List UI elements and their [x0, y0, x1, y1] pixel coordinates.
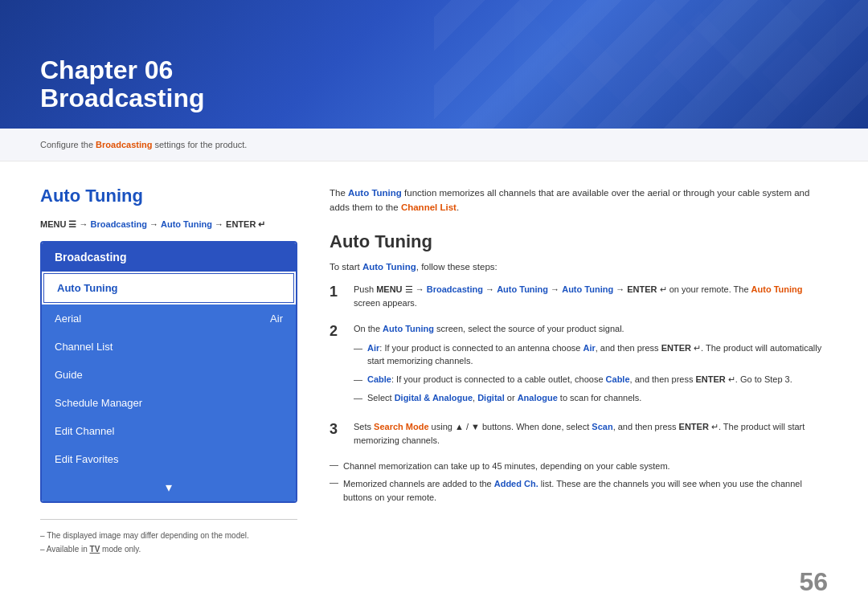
note-dash-1: —	[330, 460, 338, 473]
left-column: Auto Tuning MENU ☰ → Broadcasting → Auto…	[40, 186, 297, 602]
step2-auto-tuning: Auto Tuning	[383, 324, 434, 333]
note-1: – The displayed image may differ dependi…	[40, 531, 297, 540]
step-1: 1 Push MENU ☰ → Broadcasting → Auto Tuni…	[330, 283, 828, 311]
menu-item-label: Schedule Manager	[55, 397, 142, 409]
menu-item-auto-tuning[interactable]: Auto Tuning	[43, 273, 294, 303]
ui-menu-box: Broadcasting Auto Tuning Aerial Air Chan…	[40, 241, 297, 503]
menu-item-value: Air	[270, 313, 283, 325]
note-2: – Available in TV mode only.	[40, 545, 297, 554]
arrow2: →	[149, 219, 161, 229]
chevron-down-icon: ▾	[166, 480, 172, 495]
step-3: 3 Sets Search Mode using ▲ / ▼ buttons. …	[330, 420, 828, 448]
note-2-text: Memorized channels are added to the Adde…	[343, 477, 828, 504]
dash-2: —	[354, 373, 362, 387]
left-section-title: Auto Tuning	[40, 186, 297, 206]
menu-item-channel-list[interactable]: Channel List	[42, 333, 296, 361]
bullet-cable-text: Cable: If your product is connected to a…	[367, 373, 792, 387]
dash-1: —	[354, 341, 362, 368]
step1-enter: ENTER	[627, 284, 657, 294]
step1-auto-tuning-red: Auto Tuning	[751, 284, 803, 294]
sub-header-prefix: Configure the	[40, 140, 96, 149]
menu-item-aerial[interactable]: Aerial Air	[42, 304, 296, 333]
added-ch-label: Added Ch.	[494, 479, 538, 488]
bullet-air-text: Air: If your product is connected to an …	[367, 341, 828, 368]
enter-label2: ENTER	[661, 343, 691, 353]
step-1-content: Push MENU ☰ → Broadcasting → Auto Tuning…	[354, 283, 828, 311]
step-2-content: On the Auto Tuning screen, select the so…	[354, 322, 828, 409]
sub-bullet-air: — Air: If your product is connected to a…	[354, 341, 828, 368]
chapter-title: Broadcasting	[40, 84, 204, 112]
sub-header: Configure the Broadcasting settings for …	[0, 129, 868, 161]
sub-header-suffix: settings for the product.	[152, 140, 247, 149]
enter-label3: ENTER	[696, 374, 726, 384]
bullet-digital-text: Select Digital & Analogue, Digital or An…	[367, 391, 641, 406]
scan-label: Scan	[592, 422, 612, 431]
steps-intro: To start Auto Tuning, follow these steps…	[330, 262, 828, 272]
cable-label: Cable	[367, 374, 391, 384]
menu-item-guide[interactable]: Guide	[42, 361, 296, 389]
right-column: The Auto Tuning function memorizes all c…	[330, 186, 828, 602]
arrow3: →	[215, 219, 226, 229]
note-dash-2: —	[330, 477, 338, 504]
menu-item-label: Guide	[55, 369, 83, 381]
enter-label: ENTER	[226, 219, 256, 229]
bottom-note-2: — Memorized channels are added to the Ad…	[330, 477, 828, 504]
menu-label: MENU	[40, 219, 66, 229]
menu-item-label: Edit Favorites	[55, 453, 118, 465]
digital-analogue-label: Digital & Analogue	[395, 393, 473, 403]
steps-intro-bold: Auto Tuning	[362, 262, 416, 272]
note-1-text: Channel memorization can take up to 45 m…	[343, 460, 670, 473]
menu-icon: ☰	[68, 219, 76, 229]
ui-menu-header: Broadcasting	[42, 243, 296, 272]
ui-menu-footer: ▾	[42, 473, 296, 501]
menu-item-edit-favorites[interactable]: Edit Favorites	[42, 445, 296, 473]
step1-auto-tuning1: Auto Tuning	[497, 284, 548, 294]
decorative-diamonds	[514, 0, 836, 129]
cable-label2: Cable	[606, 374, 630, 384]
page-number: 56	[799, 567, 828, 597]
menu-item-schedule-manager[interactable]: Schedule Manager	[42, 389, 296, 417]
step-number-3: 3	[330, 420, 344, 448]
enter-icon: ↵	[258, 219, 265, 229]
arrow1: →	[80, 219, 91, 229]
digital-label: Digital	[477, 393, 505, 403]
step-2: 2 On the Auto Tuning screen, select the …	[330, 322, 828, 409]
enter-label4: ENTER	[679, 422, 709, 431]
notes-section: – The displayed image may differ dependi…	[40, 519, 297, 554]
step1-menu: MENU	[376, 284, 402, 294]
right-section-title: Auto Tuning	[330, 231, 828, 252]
intro-auto-tuning-bold: Auto Tuning	[348, 188, 402, 198]
header-text-block: Chapter 06 Broadcasting	[0, 56, 204, 112]
tv-text: TV	[90, 545, 100, 554]
air-label2: Air	[583, 343, 595, 353]
search-mode-label: Search Mode	[374, 422, 428, 431]
menu-item-label: Channel List	[55, 341, 113, 353]
sub-header-link: Broadcasting	[96, 140, 152, 149]
step1-auto-tuning2: Auto Tuning	[562, 284, 613, 294]
sub-bullet-cable: — Cable: If your product is connected to…	[354, 373, 828, 387]
analogue-label: Analogue	[518, 393, 558, 403]
broadcasting-nav: Broadcasting	[91, 219, 147, 229]
header-banner: Chapter 06 Broadcasting	[0, 0, 868, 129]
air-label: Air	[367, 343, 379, 353]
menu-item-label: Edit Channel	[55, 425, 114, 437]
bottom-note-1: — Channel memorization can take up to 45…	[330, 460, 828, 473]
menu-item-edit-channel[interactable]: Edit Channel	[42, 417, 296, 445]
menu-item-label: Aerial	[55, 313, 81, 325]
menu-path: MENU ☰ → Broadcasting → Auto Tuning → EN…	[40, 219, 297, 230]
step-3-content: Sets Search Mode using ▲ / ▼ buttons. Wh…	[354, 420, 828, 448]
step1-broadcasting: Broadcasting	[427, 284, 483, 294]
step-number-1: 1	[330, 283, 344, 311]
chapter-number: Chapter 06	[40, 56, 204, 84]
auto-tuning-nav: Auto Tuning	[161, 219, 212, 229]
dash-3: —	[354, 391, 362, 406]
main-content: Auto Tuning MENU ☰ → Broadcasting → Auto…	[0, 161, 868, 613]
menu-item-label: Auto Tuning	[57, 282, 118, 294]
intro-channel-list-bold: Channel List	[401, 202, 457, 212]
sub-bullet-digital: — Select Digital & Analogue, Digital or …	[354, 391, 828, 406]
intro-paragraph: The Auto Tuning function memorizes all c…	[330, 186, 828, 215]
step-number-2: 2	[330, 322, 344, 409]
